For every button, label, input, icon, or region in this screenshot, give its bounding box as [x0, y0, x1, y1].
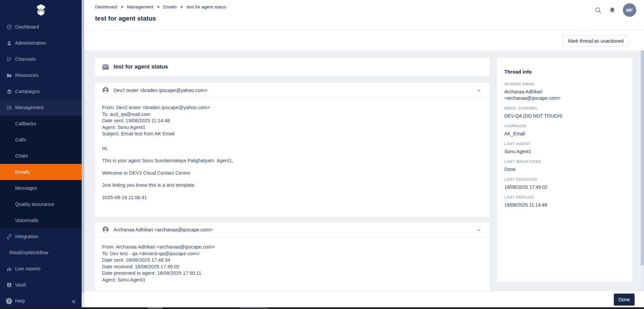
bottom-edge-strip	[0, 307, 644, 309]
email-2-header[interactable]: Archanaa Adhikari <archanaa@ipscape.com>	[95, 222, 490, 237]
sidebar-item-channels[interactable]: Channels	[0, 51, 82, 67]
content-scrollbar-thumb[interactable]	[641, 50, 644, 265]
email-meta-line: To: au3_qa@mail.com	[102, 111, 482, 118]
sidebar-item-messages[interactable]: Messages	[0, 180, 82, 196]
breadcrumb-management[interactable]: Management	[127, 4, 153, 9]
email-meta-line: Date presented to agent: 18/08/2025 17:5…	[102, 270, 482, 277]
sidebar-item-resources[interactable]: Resources	[0, 67, 82, 83]
email-1-header[interactable]: Dev2 tester <braden.ipscape@yahoo.com>	[95, 83, 490, 98]
sidebar-item-live-reports[interactable]: Live reports	[0, 261, 82, 277]
field-value: 19/08/2025 11:14:48	[504, 202, 625, 208]
sidebar-item-emails-active[interactable]: Emails	[0, 164, 82, 180]
avatar[interactable]: MF	[623, 3, 636, 17]
field-label: EMAIL CHANNEL	[504, 106, 625, 111]
sidebar-item-label: Live reports	[15, 266, 41, 271]
sidebar-item-label: IModGrpWorkflow	[9, 250, 48, 255]
mark-thread-unactioned-button[interactable]: Mark thread as unactioned	[562, 35, 629, 46]
thread-subject-title: test for agent status	[113, 63, 168, 70]
sidebar-scrollbar[interactable]	[82, 0, 84, 309]
thread-info-panel: Thread info SENDER EMAIL Archanaa Adhika…	[497, 58, 632, 281]
envelope-icon	[102, 64, 109, 70]
thread-info-field: EMAIL CHANNEL DEV-QA (DO NOT TOUCH)	[504, 106, 625, 119]
sidebar-item-quality-assurance[interactable]: Quality assurance	[0, 196, 82, 212]
sidebar-item-administration[interactable]: Administration	[0, 35, 82, 51]
email-2-sender: Archanaa Adhikari <archanaa@ipscape.com>	[113, 227, 213, 232]
sidebar-item-voicemails[interactable]: Voicemails	[0, 212, 82, 228]
email-1-sender: Dev2 tester <braden.ipscape@yahoo.com>	[113, 88, 208, 93]
sidebar-item-calls[interactable]: Calls	[0, 132, 82, 148]
sub-item-label: Emails	[15, 169, 30, 175]
sidebar-item-label: Vault	[15, 282, 26, 288]
sidebar-item-callbacks[interactable]: Callbacks	[0, 116, 82, 132]
help-icon: ?	[6, 298, 12, 304]
thread-info-field: LAST REPLIED 19/08/2025 11:14:48	[504, 195, 625, 208]
thread-info-field: SENDER EMAIL Archanaa Adhikari <archanaa…	[504, 82, 625, 101]
email-meta-line: Date received: 18/08/2025 17:49:02	[102, 264, 482, 270]
sidebar-item-label: Campaigns	[15, 89, 40, 94]
app-root: Dashboard Administration Channels Resour…	[0, 0, 644, 309]
sub-item-label: Chats	[15, 153, 28, 159]
topbar: Dashboard > Management > Emails > test f…	[84, 0, 644, 30]
email-meta-line: Date sent: 18/08/2025 17:48:34	[102, 257, 482, 264]
sidebar-item-integration[interactable]: Integration	[0, 228, 82, 245]
field-label: LAST REPLIED	[504, 195, 625, 200]
sender-avatar-icon	[102, 87, 109, 94]
action-bar: Mark thread as unactioned	[84, 31, 644, 50]
breadcrumb-emails[interactable]: Emails	[163, 4, 177, 9]
email-body-line: 2025-08-19 11:06:41	[102, 194, 482, 201]
sidebar-item-label: Resources	[15, 73, 38, 78]
field-value: Archanaa Adhikari	[504, 89, 625, 95]
field-value: AK_Email	[504, 131, 625, 137]
breadcrumb-current: test for agent status	[186, 4, 226, 9]
thread-info-field: CAMPAIGN AK_Email	[504, 124, 625, 137]
chevron-down-icon[interactable]	[476, 227, 481, 232]
sender-avatar-icon	[102, 226, 109, 233]
email-body-line: Welcome to DEV3 Cloud Contact Centre.	[102, 170, 482, 177]
sidebar-item-label: Help	[15, 298, 25, 304]
bell-icon[interactable]	[609, 7, 616, 14]
person-icon	[6, 40, 12, 46]
email-message-1: Dev2 tester <braden.ipscape@yahoo.com> F…	[95, 83, 490, 217]
sidebar-item-label: Integration	[15, 234, 38, 239]
channels-icon	[6, 56, 12, 62]
field-value: Done	[504, 166, 625, 173]
sidebar-item-label: Management	[15, 105, 44, 110]
bottom-strip-segment	[148, 307, 163, 309]
field-label: SENDER EMAIL	[504, 82, 625, 86]
ipscape-logo	[0, 0, 82, 19]
email-meta-line: Agent: Sonu Agent1	[102, 277, 482, 283]
email-body-line: This is your agent Sonu Sundarmalaya Pal…	[102, 158, 482, 164]
thread-info-field: LAST AGENT Sonu Agent1	[504, 141, 625, 155]
breadcrumb: Dashboard > Management > Emails > test f…	[95, 4, 226, 9]
email-meta-line: Agent: Sonu Agent1	[102, 124, 482, 131]
email-meta-line: From: Dev2 tester <braden.ipscape@yahoo.…	[102, 104, 482, 111]
email-meta-line: To: Dev test - qa <devtest-qa@ipscape.co…	[102, 251, 482, 257]
thread-info-title: Thread info	[504, 69, 625, 75]
breadcrumb-dashboard[interactable]: Dashboard	[95, 4, 117, 9]
sidebar-item-chats[interactable]: Chats	[0, 148, 82, 164]
sidebar-scrollbar-thumb[interactable]	[82, 0, 84, 293]
sidebar-item-campaigns[interactable]: Campaigns	[0, 83, 82, 99]
thread-info-field: LAST WRAP CODE Done	[504, 159, 625, 173]
email-meta-line: Subject: Email test from AK Email	[102, 131, 482, 137]
chevron-down-icon[interactable]	[476, 88, 481, 93]
sidebar-item-help[interactable]: ? Help «	[0, 293, 82, 309]
sidebar-item-management[interactable]: Management	[0, 99, 82, 116]
done-button[interactable]: Done	[614, 294, 635, 306]
link-icon	[6, 233, 12, 239]
search-icon[interactable]	[595, 7, 602, 14]
sidebar-item-imodgrpworkflow[interactable]: IModGrpWorkflow	[0, 245, 82, 261]
email-1-body: From: Dev2 tester <braden.ipscape@yahoo.…	[95, 98, 490, 217]
bottom-strip-segment	[240, 307, 268, 309]
layers-icon	[6, 88, 12, 94]
folder-icon	[6, 72, 12, 78]
email-body-line: Just letting you know this is a test tem…	[102, 182, 482, 189]
content-scrollbar[interactable]	[641, 50, 644, 291]
field-label: LAST AGENT	[504, 141, 625, 146]
sidebar-item-dashboard[interactable]: Dashboard	[0, 19, 82, 35]
field-value: DEV-QA (DO NOT TOUCH)	[504, 113, 625, 119]
field-value: <archanaa@ipscape.com>	[504, 95, 625, 101]
field-value: Sonu Agent1	[504, 148, 625, 155]
collapse-sidebar-icon[interactable]: «	[72, 298, 76, 304]
sidebar-item-vault[interactable]: Vault	[0, 277, 82, 293]
